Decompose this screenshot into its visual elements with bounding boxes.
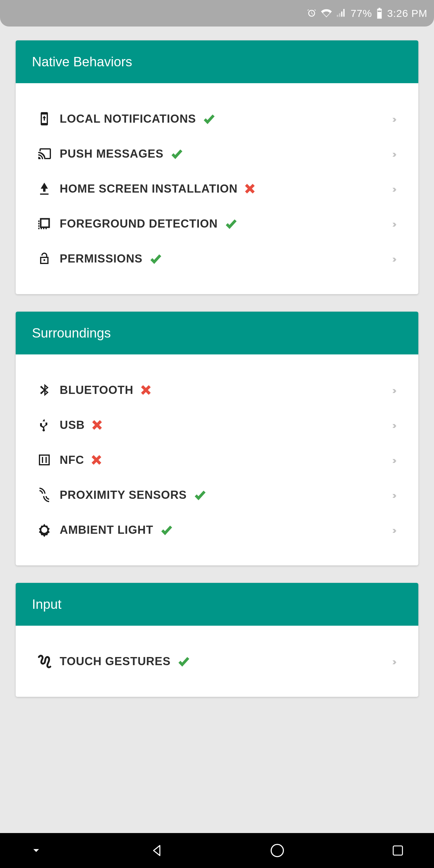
alarm-icon — [307, 8, 317, 19]
cast-icon — [34, 147, 55, 161]
row-label: BLUETOOTH — [60, 384, 133, 397]
section-title: Input — [16, 583, 418, 626]
status-bar: 77% 3:26 PM — [0, 0, 434, 27]
foreground-icon — [34, 216, 55, 231]
nav-back-icon[interactable] — [145, 838, 169, 863]
bluetooth-icon — [34, 383, 55, 397]
battery-icon — [376, 8, 383, 19]
svg-point-1 — [42, 527, 47, 532]
row-ambient-light[interactable]: AMBIENT LIGHT ›› — [30, 513, 404, 547]
nav-home-icon[interactable] — [265, 838, 289, 863]
row-label: LOCAL NOTIFICATIONS — [60, 113, 196, 125]
download-icon — [34, 181, 55, 196]
row-label: TOUCH GESTURES — [60, 655, 170, 668]
chevron-right-icon: ›› — [392, 489, 397, 501]
section-title: Surroundings — [16, 312, 418, 354]
chevron-right-icon: ›› — [392, 384, 397, 396]
phone-down-icon — [34, 112, 55, 126]
brightness-icon — [34, 523, 55, 537]
gesture-icon — [34, 654, 55, 669]
chevron-right-icon: ›› — [392, 183, 397, 195]
screen: 77% 3:26 PM Native Behaviors LOCAL NOTIF… — [0, 0, 434, 868]
row-label: PUSH MESSAGES — [60, 147, 164, 160]
cross-icon — [244, 183, 255, 194]
chevron-right-icon: ›› — [392, 454, 397, 466]
chevron-right-icon: ›› — [392, 419, 397, 431]
row-bluetooth[interactable]: BLUETOOTH ›› — [30, 373, 404, 407]
cross-icon — [140, 384, 152, 396]
check-icon — [160, 523, 173, 536]
row-nfc[interactable]: NFC ›› — [30, 442, 404, 477]
chevron-right-icon: ›› — [392, 148, 397, 160]
chevron-right-icon: ›› — [392, 655, 397, 667]
proximity-icon — [34, 488, 55, 502]
row-foreground-detection[interactable]: FOREGROUND DETECTION ›› — [30, 206, 404, 241]
row-touch-gestures[interactable]: TOUCH GESTURES ›› — [30, 644, 404, 679]
row-usb[interactable]: USB ›› — [30, 407, 404, 442]
chevron-right-icon: ›› — [392, 253, 397, 265]
row-label: USB — [60, 418, 85, 432]
check-icon — [170, 147, 184, 160]
usb-icon — [34, 418, 55, 432]
row-proximity-sensors[interactable]: PROXIMITY SENSORS ›› — [30, 477, 404, 513]
check-icon — [203, 112, 216, 125]
nav-dropdown-icon[interactable] — [24, 838, 48, 863]
section-native-behaviors: Native Behaviors LOCAL NOTIFICATIONS ›› … — [16, 40, 418, 294]
row-local-notifications[interactable]: LOCAL NOTIFICATIONS ›› — [30, 101, 404, 136]
cross-icon — [91, 454, 102, 466]
content: Native Behaviors LOCAL NOTIFICATIONS ›› … — [0, 27, 434, 868]
row-label: PROXIMITY SENSORS — [60, 489, 187, 501]
row-label: PERMISSIONS — [60, 252, 143, 265]
row-label: NFC — [60, 454, 84, 467]
section-surroundings: Surroundings BLUETOOTH ›› USB ›› — [16, 312, 418, 565]
nfc-icon — [34, 453, 55, 467]
row-push-messages[interactable]: PUSH MESSAGES ›› — [30, 136, 404, 171]
clock-time: 3:26 PM — [387, 7, 427, 19]
section-title: Native Behaviors — [16, 40, 418, 83]
chevron-right-icon: ›› — [392, 218, 397, 230]
check-icon — [149, 252, 162, 265]
svg-point-2 — [271, 844, 284, 857]
nav-bar — [0, 833, 434, 868]
svg-rect-3 — [393, 846, 403, 855]
row-label: HOME SCREEN INSTALLATION — [60, 182, 238, 195]
nav-recent-icon[interactable] — [386, 838, 410, 863]
check-icon — [224, 217, 238, 230]
unlock-icon — [34, 251, 55, 266]
check-icon — [177, 655, 190, 668]
chevron-right-icon: ›› — [392, 113, 397, 125]
signal-icon — [336, 8, 346, 19]
row-label: FOREGROUND DETECTION — [60, 217, 218, 230]
battery-pct: 77% — [350, 7, 372, 19]
chevron-right-icon: ›› — [392, 524, 397, 536]
cross-icon — [91, 419, 103, 431]
row-home-screen-installation[interactable]: HOME SCREEN INSTALLATION ›› — [30, 171, 404, 206]
row-label: AMBIENT LIGHT — [60, 524, 153, 536]
section-input: Input TOUCH GESTURES ›› — [16, 583, 418, 697]
section-body: BLUETOOTH ›› USB ›› NFC — [16, 354, 418, 565]
row-permissions[interactable]: PERMISSIONS ›› — [30, 241, 404, 276]
section-body: TOUCH GESTURES ›› — [16, 626, 418, 697]
wifi-icon — [321, 8, 332, 19]
svg-rect-0 — [378, 12, 381, 19]
check-icon — [193, 488, 207, 501]
section-body: LOCAL NOTIFICATIONS ›› PUSH MESSAGES ›› — [16, 83, 418, 294]
